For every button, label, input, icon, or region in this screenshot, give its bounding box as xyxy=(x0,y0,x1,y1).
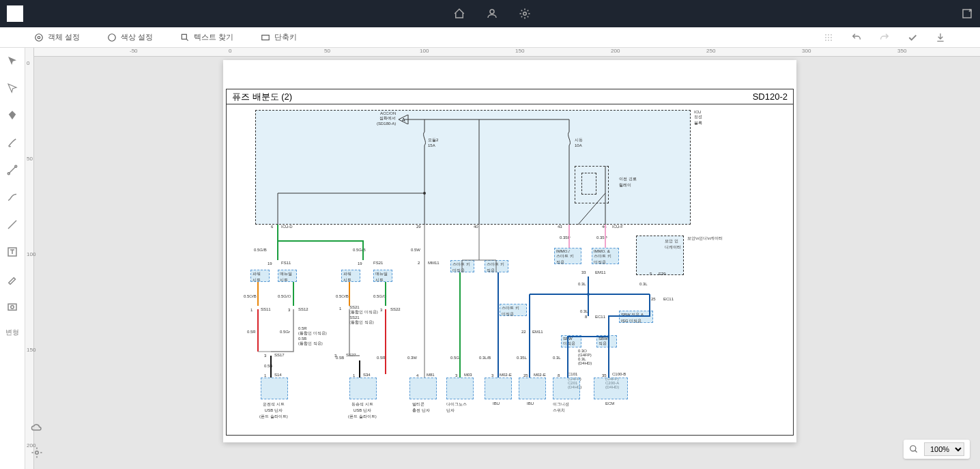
svg-point-11 xyxy=(825,37,826,38)
line-icon[interactable] xyxy=(6,164,18,176)
diagram-body: ICU 정션 블록 ACC/ON 점화에서 (SD180-A) 모듈2 15A … xyxy=(227,104,793,435)
cursor-outline-icon[interactable] xyxy=(6,82,18,94)
svg-point-0 xyxy=(490,10,494,14)
search-icon[interactable] xyxy=(909,444,919,454)
grid-icon[interactable] xyxy=(823,32,834,43)
diagram-frame: 퓨즈 배분도 (2) SD120-2 ICU 정션 블록 ACC/ON 점화에서… xyxy=(226,89,794,436)
camera-icon[interactable] xyxy=(6,300,18,313)
ruler-horizontal: -50 0 50 100 150 200 250 300 350 xyxy=(34,48,980,57)
wires xyxy=(227,104,793,435)
svg-point-21 xyxy=(11,306,14,309)
svg-point-3 xyxy=(35,33,43,41)
shortcut-button[interactable]: 단축키 xyxy=(261,32,297,42)
ruler-vertical: 0 50 100 150 200 xyxy=(25,48,34,469)
find-text-button[interactable]: 텍스트 찾기 xyxy=(180,32,233,42)
topbar-center xyxy=(23,8,961,20)
svg-point-4 xyxy=(38,36,40,39)
page: 퓨즈 배분도 (2) SD120-2 ICU 정션 블록 ACC/ON 점화에서… xyxy=(223,60,796,442)
toolbar: 객체 설정 색상 설정 텍스트 찾기 단축키 xyxy=(0,27,980,48)
app-logo[interactable] xyxy=(7,5,23,22)
download-icon[interactable] xyxy=(935,32,946,43)
color-settings-button[interactable]: 색상 설정 xyxy=(107,32,153,42)
home-icon[interactable] xyxy=(453,8,465,20)
cursor-icon[interactable] xyxy=(6,55,18,67)
canvas[interactable]: 0 50 100 150 200 -50 0 50 100 150 200 25… xyxy=(25,48,980,469)
zoom-select[interactable]: 100% xyxy=(924,442,964,456)
svg-point-5 xyxy=(109,33,116,41)
svg-point-15 xyxy=(828,40,828,40)
svg-point-12 xyxy=(828,37,828,38)
diagram-code: SD120-2 xyxy=(753,91,788,102)
svg-rect-7 xyxy=(262,35,270,40)
transform-label: 변형 xyxy=(5,328,19,337)
svg-point-1 xyxy=(523,12,527,16)
redo-icon[interactable] xyxy=(879,32,890,43)
left-tool-panel: 변형 xyxy=(0,48,25,469)
gear-icon[interactable] xyxy=(519,8,531,20)
svg-point-14 xyxy=(825,40,826,40)
svg-point-26 xyxy=(910,446,916,451)
brush-icon[interactable] xyxy=(6,137,18,149)
svg-point-10 xyxy=(831,34,831,35)
check-icon[interactable] xyxy=(907,32,918,43)
export-icon[interactable] xyxy=(961,8,973,20)
settings-icon[interactable] xyxy=(31,446,43,459)
diagram-title: 퓨즈 배분도 (2) xyxy=(232,91,292,103)
eyedrop-icon[interactable] xyxy=(6,273,18,285)
svg-point-25 xyxy=(587,293,590,296)
svg-rect-20 xyxy=(8,304,16,310)
bucket-icon[interactable] xyxy=(6,109,18,122)
curve-icon[interactable] xyxy=(6,191,18,203)
svg-point-13 xyxy=(831,37,831,38)
pen-icon[interactable] xyxy=(6,218,18,231)
cloud-icon[interactable] xyxy=(31,422,43,434)
undo-icon[interactable] xyxy=(851,32,862,43)
svg-point-8 xyxy=(825,34,826,35)
svg-point-9 xyxy=(828,34,828,35)
svg-rect-6 xyxy=(182,34,186,39)
svg-point-27 xyxy=(35,451,39,455)
topbar xyxy=(0,0,980,27)
object-settings-button[interactable]: 객체 설정 xyxy=(34,32,80,42)
text-icon[interactable] xyxy=(6,246,18,258)
svg-point-16 xyxy=(831,40,831,40)
user-icon[interactable] xyxy=(486,8,498,20)
zoom-control: 100% xyxy=(904,440,970,459)
